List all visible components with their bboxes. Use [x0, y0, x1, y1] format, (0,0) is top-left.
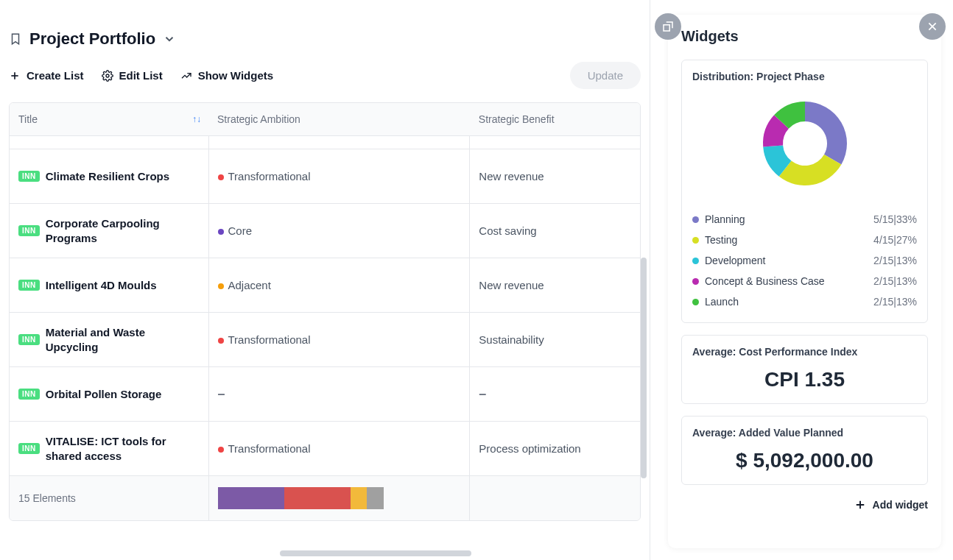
col-ambition[interactable]: Strategic Ambition: [208, 103, 470, 136]
widget-added-value: Average: Added Value Planned $ 5,092,000…: [681, 416, 928, 485]
table-row[interactable]: INNOrbital Pollen Storage––: [10, 367, 640, 422]
ambition-dot: [218, 338, 224, 344]
donut-chart: [750, 88, 860, 199]
vertical-scrollbar[interactable]: [641, 258, 647, 478]
expand-panel-button[interactable]: [655, 13, 681, 40]
sort-icon[interactable]: ↑↓: [192, 114, 201, 124]
projects-table: Title ↑↓ Strategic Ambition Strategic Be…: [9, 102, 641, 521]
table-row[interactable]: INNCorporate Carpooling ProgramsCoreCost…: [10, 204, 640, 258]
chart-icon: [180, 70, 192, 82]
svg-point-2: [106, 74, 109, 77]
legend-dot: [692, 258, 699, 264]
widget-distribution: Distribution: Project Phase Planning5/15…: [681, 60, 928, 323]
legend-label: Development: [705, 255, 766, 266]
donut-slice: [805, 102, 847, 165]
page-title: Project Portfolio: [29, 29, 155, 49]
widget-cpi: Average: Cost Performance Index CPI 1.35: [681, 335, 928, 404]
legend-label: Launch: [705, 296, 739, 308]
legend-label: Planning: [705, 213, 745, 225]
legend-label: Testing: [705, 234, 737, 246]
row-title: Orbital Pollen Storage: [46, 388, 162, 400]
row-title: Climate Resilient Crops: [46, 170, 169, 182]
legend-dot: [692, 216, 699, 223]
col-benefit[interactable]: Strategic Benefit: [470, 103, 640, 136]
inn-badge: INN: [18, 389, 40, 400]
edit-list-button[interactable]: Edit List: [102, 66, 163, 85]
added-value-number: $ 5,092,000.00: [692, 444, 917, 474]
ambition-distribution-bar: [218, 487, 384, 509]
row-title: Corporate Carpooling Programs: [46, 216, 189, 245]
benefit-label: Sustainability: [479, 333, 544, 346]
legend-value: 5/15|33%: [873, 213, 917, 225]
update-button[interactable]: Update: [570, 62, 641, 89]
plus-icon: [854, 498, 867, 511]
benefit-empty: –: [479, 386, 486, 401]
row-title: Intelligent 4D Moulds: [46, 279, 157, 291]
chevron-down-icon[interactable]: [163, 32, 176, 46]
benefit-label: Cost saving: [479, 224, 536, 237]
inn-badge: INN: [18, 171, 40, 182]
horizontal-scrollbar[interactable]: [280, 550, 471, 556]
ambition-dot: [218, 229, 224, 235]
legend-row: Launch2/15|13%: [692, 291, 917, 312]
table-row[interactable]: INNClimate Resilient CropsTransformation…: [10, 149, 640, 204]
legend-label: Concept & Business Case: [705, 275, 825, 287]
legend-row: Testing4/15|27%: [692, 230, 917, 250]
legend-row: Development2/15|13%: [692, 250, 917, 271]
create-list-label: Create List: [27, 69, 84, 82]
add-widget-button[interactable]: Add widget: [681, 497, 928, 511]
ambition-dot: [218, 174, 224, 180]
legend-row: Concept & Business Case2/15|13%: [692, 271, 917, 291]
show-widgets-button[interactable]: Show Widgets: [180, 66, 273, 85]
widgets-panel-title: Widgets: [681, 28, 928, 45]
widget-cpi-title: Average: Cost Performance Index: [692, 346, 917, 358]
bookmark-icon: [9, 32, 22, 46]
ambition-label: Transformational: [228, 170, 311, 182]
widget-distribution-title: Distribution: Project Phase: [692, 71, 917, 82]
inn-badge: INN: [18, 280, 40, 291]
close-panel-button[interactable]: [919, 13, 946, 40]
footer-count: 15 Elements: [18, 492, 76, 504]
widget-added-value-title: Average: Added Value Planned: [692, 427, 917, 439]
show-widgets-label: Show Widgets: [198, 69, 273, 82]
ambition-label: Transformational: [228, 442, 311, 455]
ambition-empty: –: [218, 386, 225, 401]
create-list-button[interactable]: Create List: [9, 66, 84, 85]
table-row[interactable]: INNVITALISE: ICT tools for shared access…: [10, 422, 640, 476]
benefit-label: New revenue: [479, 279, 544, 291]
legend-value: 2/15|13%: [873, 275, 917, 287]
cpi-value: CPI 1.35: [692, 364, 917, 393]
ambition-label: Adjacent: [228, 279, 271, 291]
table-row[interactable]: INNIntelligent 4D MouldsAdjacentNew reve…: [10, 258, 640, 313]
close-icon: [926, 21, 938, 32]
legend-dot: [692, 299, 699, 305]
plus-icon: [9, 70, 21, 82]
legend-value: 4/15|27%: [873, 234, 917, 246]
add-widget-label: Add widget: [873, 499, 928, 511]
inn-badge: INN: [18, 334, 40, 345]
table-row[interactable]: INNMaterial and Waste UpcyclingTransform…: [10, 313, 640, 367]
ambition-dot: [218, 283, 224, 289]
gear-icon: [102, 70, 113, 82]
col-title[interactable]: Title ↑↓: [10, 103, 208, 136]
row-title: Material and Waste Upcycling: [46, 325, 189, 354]
ambition-dot: [218, 447, 224, 453]
edit-list-label: Edit List: [119, 69, 163, 82]
inn-badge: INN: [18, 225, 40, 236]
legend-value: 2/15|13%: [873, 296, 917, 308]
svg-rect-3: [664, 25, 669, 31]
legend-row: Planning5/15|33%: [692, 209, 917, 230]
legend-dot: [692, 278, 699, 285]
row-title: VITALISE: ICT tools for shared access: [46, 434, 189, 463]
expand-icon: [661, 20, 675, 33]
ambition-label: Transformational: [228, 333, 311, 346]
legend-value: 2/15|13%: [873, 255, 917, 266]
ambition-label: Core: [228, 224, 253, 237]
legend-dot: [692, 237, 699, 244]
inn-badge: INN: [18, 443, 40, 454]
benefit-label: Process optimization: [479, 442, 580, 455]
benefit-label: New revenue: [479, 170, 544, 182]
